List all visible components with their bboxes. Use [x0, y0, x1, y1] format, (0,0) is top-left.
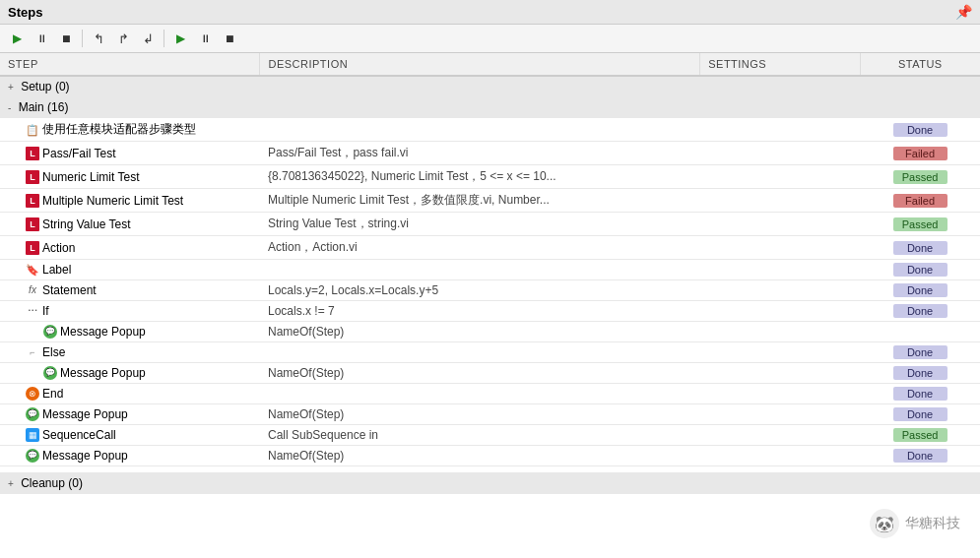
sep1	[82, 30, 83, 47]
step-name-cell: 📋 使用任意模块适配器步骤类型	[0, 118, 260, 142]
step-desc-cell: Multiple Numeric Limit Test，多数值限度.vi, Nu…	[260, 189, 700, 213]
table-row[interactable]: L Action Action，Action.vi Done	[0, 236, 980, 260]
table-row[interactable]: 💬 Message Popup NameOf(Step) Done	[0, 446, 980, 466]
col-step-header: STEP	[0, 53, 260, 76]
status-badge: Failed	[893, 194, 947, 208]
step-name-label: Action	[42, 241, 75, 255]
col-desc-header: DESCRIPTION	[260, 53, 700, 76]
step-icon-L: L	[26, 241, 39, 255]
step-name-label: String Value Test	[42, 217, 131, 231]
table-row[interactable]: ⌐ Else Done	[0, 342, 980, 363]
table-row[interactable]: L Numeric Limit Test {8.708136345022}, N…	[0, 165, 980, 189]
table-row[interactable]: ⋯ If Locals.x != 7 Done	[0, 301, 980, 322]
step-icon-book: 🔖	[26, 263, 39, 277]
step-status-cell: Done	[860, 404, 980, 425]
step-name-cell: L String Value Test	[0, 213, 260, 236]
step-name-label: End	[42, 387, 63, 401]
step-status-cell: Passed	[860, 425, 980, 446]
step-name-label: Else	[42, 345, 65, 359]
table-row[interactable]: 💬 Message Popup NameOf(Step)	[0, 322, 980, 342]
step-settings-cell	[700, 342, 860, 363]
step-status-cell: Failed	[860, 189, 980, 213]
step-name-label: Multiple Numeric Limit Test	[42, 194, 183, 208]
step-icon-else: ⌐	[26, 345, 39, 359]
group-label-cleanup[interactable]: + Cleanup (0)	[0, 473, 980, 494]
step-name-label: Pass/Fail Test	[42, 147, 115, 160]
status-badge: Done	[893, 366, 947, 380]
table-row[interactable]: 🔖 Label Done	[0, 260, 980, 280]
status-badge: Done	[893, 263, 947, 277]
step-into-button[interactable]: ↰	[88, 28, 109, 49]
table-row[interactable]	[0, 466, 980, 473]
pause2-button[interactable]: ⏸	[194, 28, 216, 49]
step-settings-cell	[700, 213, 860, 236]
stop2-button[interactable]: ⏹	[219, 28, 240, 49]
step-desc-cell	[260, 118, 700, 142]
step-icon-end: ⊗	[26, 387, 39, 401]
step-desc-cell	[260, 342, 700, 363]
step-status-cell: Done	[860, 280, 980, 301]
table-row[interactable]: 💬 Message Popup NameOf(Step) Done	[0, 404, 980, 425]
group-label-main[interactable]: - Main (16)	[0, 97, 980, 118]
step-name-label: SequenceCall	[42, 428, 116, 442]
step-icon-msg: 💬	[26, 449, 39, 463]
table-row[interactable]: fx Statement Locals.y=2, Locals.x=Locals…	[0, 280, 980, 301]
step-icon-L: L	[26, 217, 39, 231]
expand-toggle-setup[interactable]: +	[8, 82, 14, 93]
table-row[interactable]: 📋 使用任意模块适配器步骤类型 Done	[0, 118, 980, 142]
table-row[interactable]: L String Value Test String Value Test，st…	[0, 213, 980, 236]
run-button[interactable]: ▶	[6, 28, 28, 49]
window-title: Steps	[8, 5, 42, 20]
step-status-cell: Done	[860, 384, 980, 404]
step-settings-cell	[700, 260, 860, 280]
group-header-setup[interactable]: + Setup (0)	[0, 76, 980, 97]
step-name-cell: fx Statement	[0, 280, 260, 301]
step-out-button[interactable]: ↲	[137, 28, 159, 49]
step-desc-cell: NameOf(Step)	[260, 322, 700, 342]
watermark-logo: 🐼	[870, 509, 899, 538]
step-settings-cell	[700, 425, 860, 446]
step-desc-cell: NameOf(Step)	[260, 363, 700, 384]
step-settings-cell	[700, 280, 860, 301]
run2-button[interactable]: ▶	[169, 28, 191, 49]
step-name-cell	[0, 466, 260, 473]
table-row[interactable]: ⊗ End Done	[0, 384, 980, 404]
pin-icon[interactable]: 📌	[955, 4, 972, 20]
table-row[interactable]: L Multiple Numeric Limit Test Multiple N…	[0, 189, 980, 213]
step-desc-cell: Locals.y=2, Locals.x=Locals.y+5	[260, 280, 700, 301]
step-desc-cell: Action，Action.vi	[260, 236, 700, 260]
table-row[interactable]: L Pass/Fail Test Pass/Fail Test，pass fai…	[0, 142, 980, 165]
step-status-cell: Done	[860, 363, 980, 384]
status-badge: Done	[893, 241, 947, 255]
table-header-row: STEP DESCRIPTION SETTINGS STATUS	[0, 53, 980, 76]
step-desc-cell: {8.708136345022}, Numeric Limit Test，5 <…	[260, 165, 700, 189]
group-header-main[interactable]: - Main (16)	[0, 97, 980, 118]
step-icon-L: L	[26, 147, 39, 160]
step-name-cell: ⋯ If	[0, 301, 260, 322]
step-icon-book: 📋	[26, 123, 39, 137]
step-desc-cell	[260, 384, 700, 404]
step-icon-msg: 💬	[43, 366, 57, 380]
step-over-button[interactable]: ↱	[112, 28, 134, 49]
step-name-cell: 💬 Message Popup	[0, 404, 260, 425]
step-settings-cell	[700, 165, 860, 189]
steps-window: Steps 📌 ▶ ⏸ ⏹ ↰ ↱ ↲ ▶ ⏸ ⏹ STEP DESCRIPTI…	[0, 0, 980, 558]
status-badge: Done	[893, 407, 947, 421]
table-row[interactable]: ▦ SequenceCall Call SubSequence in Passe…	[0, 425, 980, 446]
expand-toggle-main[interactable]: -	[8, 102, 11, 113]
table-row[interactable]: 💬 Message Popup NameOf(Step) Done	[0, 363, 980, 384]
step-settings-cell	[700, 322, 860, 342]
step-name-label: Message Popup	[60, 325, 146, 339]
expand-toggle-cleanup[interactable]: +	[8, 478, 14, 489]
stop-button[interactable]: ⏹	[55, 28, 77, 49]
group-header-cleanup[interactable]: + Cleanup (0)	[0, 473, 980, 494]
pause-button[interactable]: ⏸	[31, 28, 52, 49]
step-settings-cell	[700, 142, 860, 165]
step-status-cell: Failed	[860, 142, 980, 165]
step-name-label: 使用任意模块适配器步骤类型	[42, 121, 196, 138]
step-name-cell: 🔖 Label	[0, 260, 260, 280]
step-desc-cell	[260, 466, 700, 473]
sep2	[163, 30, 164, 47]
group-label-setup[interactable]: + Setup (0)	[0, 76, 980, 97]
steps-table: STEP DESCRIPTION SETTINGS STATUS + Setup…	[0, 53, 980, 494]
